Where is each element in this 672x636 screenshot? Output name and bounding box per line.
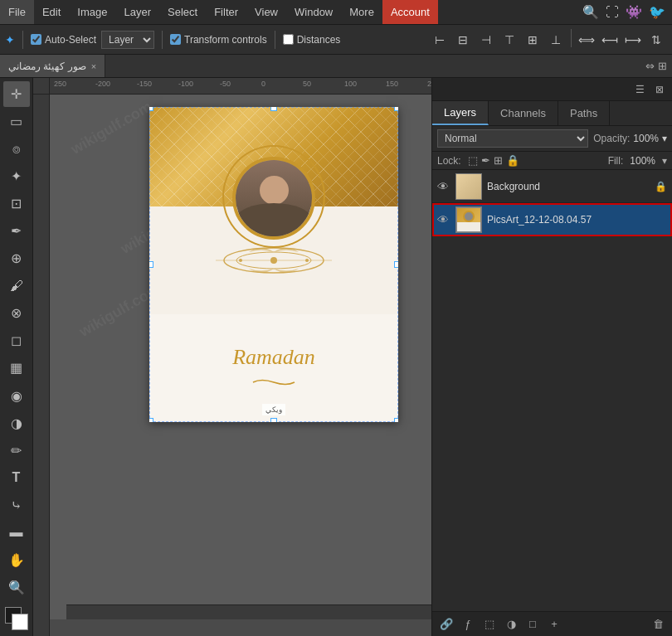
tool-clone[interactable]: ⊗ (3, 300, 30, 326)
tab-paths[interactable]: Paths (558, 101, 610, 125)
ruler-tick-200: -200 (95, 80, 110, 88)
menu-window[interactable]: Window (286, 0, 341, 24)
tool-blur[interactable]: ◉ (3, 383, 30, 409)
tool-select-rect[interactable]: ▭ (3, 109, 30, 134)
layer-eye-background[interactable]: 👁 (437, 180, 450, 193)
panel-menu-btn[interactable]: ☰ (631, 80, 649, 99)
menu-image[interactable]: Image (69, 0, 115, 24)
tool-dodge[interactable]: ◑ (3, 410, 30, 436)
handle-mr[interactable] (394, 261, 398, 268)
opacity-arrow[interactable]: ▾ (662, 133, 667, 144)
canvas-area[interactable]: 250 -200 -150 -100 -50 0 50 100 150 200 … (33, 78, 431, 636)
menu-layer[interactable]: Layer (116, 0, 160, 24)
svg-point-9 (305, 259, 309, 262)
lock-position-icon[interactable]: ✒ (481, 154, 490, 167)
panel-toggle-icon[interactable]: ⇔ (645, 60, 655, 72)
distribute-center-btn[interactable]: ⟻ (599, 29, 621, 51)
document-tab[interactable]: صور كهيئة رمضاني × (0, 55, 105, 77)
transform-controls-label: Transform controls (184, 34, 267, 46)
tool-healing[interactable]: ⊕ (3, 245, 30, 271)
layer-group-btn[interactable]: □ (523, 615, 542, 634)
opacity-value: 100% (633, 133, 659, 144)
tool-shape[interactable]: ▬ (3, 520, 30, 546)
lock-icons: ⬚ ✒ ⊞ 🔒 (468, 154, 519, 167)
ruler-tick-50b: 50 (303, 80, 311, 88)
layer-delete-btn[interactable]: 🗑 (649, 615, 667, 634)
tool-move[interactable]: ✛ (3, 81, 30, 107)
layer-eye-picsart[interactable]: 👁 (437, 213, 450, 226)
align-right-btn[interactable]: ⊣ (475, 29, 497, 51)
menu-select[interactable]: Select (159, 0, 206, 24)
distribute-left-btn[interactable]: ⟺ (576, 29, 597, 51)
menu-edit[interactable]: Edit (34, 0, 69, 24)
doc-tab-close[interactable]: × (91, 61, 96, 71)
handle-ml[interactable] (149, 261, 153, 268)
distances-checkbox[interactable]: Distances (283, 34, 341, 46)
distribute-top-btn[interactable]: ⇅ (645, 29, 667, 51)
layer-item-picsart[interactable]: 👁 PicsArt_12-12-08.04.57 (432, 203, 672, 236)
layer-effects-btn[interactable]: ƒ (459, 615, 477, 634)
ruler-tick-150b: 150 (386, 80, 398, 88)
tool-path[interactable]: ⤷ (3, 493, 30, 518)
transform-controls-input[interactable] (170, 34, 181, 45)
layer-mask-btn[interactable]: ⬚ (480, 615, 499, 634)
distances-input[interactable] (283, 34, 294, 45)
auto-select-input[interactable] (31, 34, 41, 45)
tab-layers[interactable]: Layers (432, 101, 489, 125)
watermark-1: wikigulf.com (68, 98, 155, 158)
tool-pen[interactable]: ✏ (3, 438, 30, 464)
align-left-btn[interactable]: ⊢ (429, 29, 450, 51)
background-color[interactable] (12, 614, 28, 630)
tab-channels[interactable]: Channels (489, 101, 558, 125)
main-layout: ✛ ▭ ⌾ ✦ ⊡ ✒ ⊕ 🖌 ⊗ ◻ ▦ ◉ ◑ ✏ T ⤷ ▬ ✋ 🔍 25… (0, 78, 672, 636)
twitter-icon[interactable]: 🐦 (649, 4, 665, 20)
auto-select-checkbox[interactable]: Auto-Select (31, 34, 96, 46)
blend-mode-select[interactable]: Normal Dissolve Multiply Screen Overlay (437, 129, 588, 148)
opacity-row: Opacity: 100% ▾ (593, 133, 667, 144)
lock-pixels-icon[interactable]: ⬚ (468, 154, 478, 167)
panel-close-btn[interactable]: ⊠ (650, 80, 669, 99)
canvas-content[interactable]: wikigulf.com wikigulf.com wikigulf.com w… (50, 95, 431, 619)
tool-eyedropper[interactable]: ✒ (3, 218, 30, 244)
layer-name-picsart: PicsArt_12-12-08.04.57 (487, 214, 667, 226)
distribute-right-btn[interactable]: ⟼ (622, 29, 644, 51)
layers-tabs: Layers Channels Paths (432, 101, 672, 126)
menu-account[interactable]: Account (382, 0, 438, 24)
search-icon[interactable]: 🔍 (582, 4, 599, 20)
resize-icon[interactable]: ⛶ (606, 5, 619, 20)
menu-more[interactable]: More (341, 0, 382, 24)
layer-link-btn[interactable]: 🔗 (437, 615, 455, 634)
align-center-h-btn[interactable]: ⊟ (452, 29, 474, 51)
layer-select-dropdown[interactable]: Layer Group (101, 31, 154, 49)
menu-file[interactable]: File (0, 0, 34, 24)
menu-filter[interactable]: Filter (206, 0, 246, 24)
tool-crop[interactable]: ⊡ (3, 191, 30, 216)
tool-gradient[interactable]: ▦ (3, 355, 30, 381)
layers-list: 👁 Background 🔒 👁 PicsArt (432, 170, 672, 611)
tool-lasso[interactable]: ⌾ (3, 136, 30, 162)
tool-brush[interactable]: 🖌 (3, 273, 30, 299)
lock-artboard-icon[interactable]: ⊞ (494, 154, 503, 167)
transform-controls-checkbox[interactable]: Transform controls (170, 34, 267, 46)
align-center-v-btn[interactable]: ⊞ (522, 29, 543, 51)
panel-top-icons: ☰ ⊠ (432, 78, 672, 101)
layer-adjustment-btn[interactable]: ◑ (502, 615, 520, 634)
lock-all-icon[interactable]: 🔒 (506, 154, 519, 167)
ruler-tick-0: 0 (261, 80, 265, 88)
tool-magic-wand[interactable]: ✦ (3, 163, 30, 189)
bottom-scrollbar[interactable] (66, 604, 431, 619)
fill-arrow[interactable]: ▾ (662, 155, 667, 167)
tool-zoom[interactable]: 🔍 (3, 575, 30, 600)
align-top-btn[interactable]: ⊤ (499, 29, 520, 51)
layer-new-btn[interactable]: + (545, 615, 563, 634)
tool-hand[interactable]: ✋ (3, 547, 30, 573)
reddit-icon[interactable]: 👾 (626, 4, 642, 20)
menu-bar: File Edit Image Layer Select Filter View… (0, 0, 672, 25)
design-canvas[interactable]: Ramadan ويكي (149, 107, 398, 422)
tool-eraser[interactable]: ◻ (3, 328, 30, 353)
layer-item-background[interactable]: 👁 Background 🔒 (432, 170, 672, 203)
panel-icon-2[interactable]: ⊞ (658, 60, 667, 72)
align-bottom-btn[interactable]: ⊥ (545, 29, 567, 51)
menu-view[interactable]: View (246, 0, 286, 24)
tool-text[interactable]: T (3, 465, 30, 491)
